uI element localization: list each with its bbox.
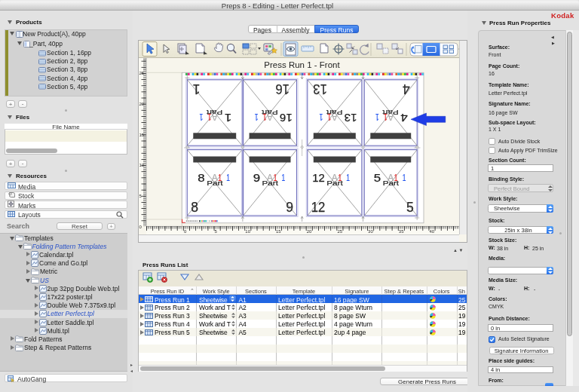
svg-text:1: 1 bbox=[346, 173, 350, 183]
svg-text:8: 8 bbox=[198, 172, 204, 184]
svg-text:1: 1 bbox=[255, 112, 259, 122]
svg-text:35: 35 bbox=[399, 229, 404, 234]
svg-text:1: 1 bbox=[403, 173, 406, 183]
svg-text:1: 1 bbox=[319, 112, 323, 122]
svg-text:1: 1 bbox=[218, 173, 222, 183]
svg-text:1: 1 bbox=[226, 173, 230, 183]
svg-text:10: 10 bbox=[245, 229, 250, 234]
svg-text:A: A bbox=[388, 173, 394, 183]
svg-text:5: 5 bbox=[406, 200, 414, 215]
svg-text:1: 1 bbox=[274, 173, 277, 183]
svg-text:12: 12 bbox=[311, 200, 326, 215]
svg-text:16: 16 bbox=[275, 81, 290, 96]
svg-text:A: A bbox=[212, 173, 218, 183]
svg-text:A: A bbox=[332, 112, 338, 122]
svg-text:25: 25 bbox=[337, 229, 342, 234]
svg-text:A: A bbox=[267, 173, 273, 183]
svg-text:20: 20 bbox=[307, 229, 312, 234]
svg-text:1: 1 bbox=[207, 112, 211, 122]
svg-text:30: 30 bbox=[368, 229, 373, 234]
svg-text:9: 9 bbox=[286, 200, 293, 215]
svg-text:1: 1 bbox=[225, 112, 231, 124]
svg-text:25: 25 bbox=[139, 71, 145, 75]
svg-text:15: 15 bbox=[276, 229, 281, 234]
svg-text:16: 16 bbox=[280, 112, 293, 124]
svg-text:1: 1 bbox=[375, 112, 379, 122]
svg-text:1: 1 bbox=[263, 112, 267, 122]
svg-text:40: 40 bbox=[430, 229, 435, 234]
svg-text:15: 15 bbox=[139, 133, 145, 137]
svg-text:12: 12 bbox=[312, 172, 325, 184]
svg-text:1: 1 bbox=[327, 112, 331, 122]
svg-text:5: 5 bbox=[374, 172, 381, 184]
svg-text:1: 1 bbox=[199, 112, 203, 122]
svg-text:A: A bbox=[212, 112, 218, 122]
svg-text:1: 1 bbox=[193, 81, 201, 96]
svg-text:4: 4 bbox=[400, 112, 407, 124]
svg-text:20: 20 bbox=[139, 102, 145, 106]
svg-text:10: 10 bbox=[139, 163, 145, 167]
svg-text:1: 1 bbox=[384, 112, 388, 122]
svg-text:13: 13 bbox=[313, 81, 327, 96]
svg-text:4: 4 bbox=[403, 81, 410, 96]
svg-text:A: A bbox=[267, 112, 273, 122]
svg-text:1: 1 bbox=[338, 173, 342, 183]
svg-text:A: A bbox=[332, 173, 338, 183]
svg-text:9: 9 bbox=[253, 172, 260, 184]
svg-text:1: 1 bbox=[282, 173, 286, 183]
svg-text:8: 8 bbox=[191, 200, 198, 215]
svg-text:13: 13 bbox=[345, 112, 357, 124]
svg-text:A: A bbox=[388, 112, 394, 122]
svg-text:1: 1 bbox=[394, 173, 398, 183]
